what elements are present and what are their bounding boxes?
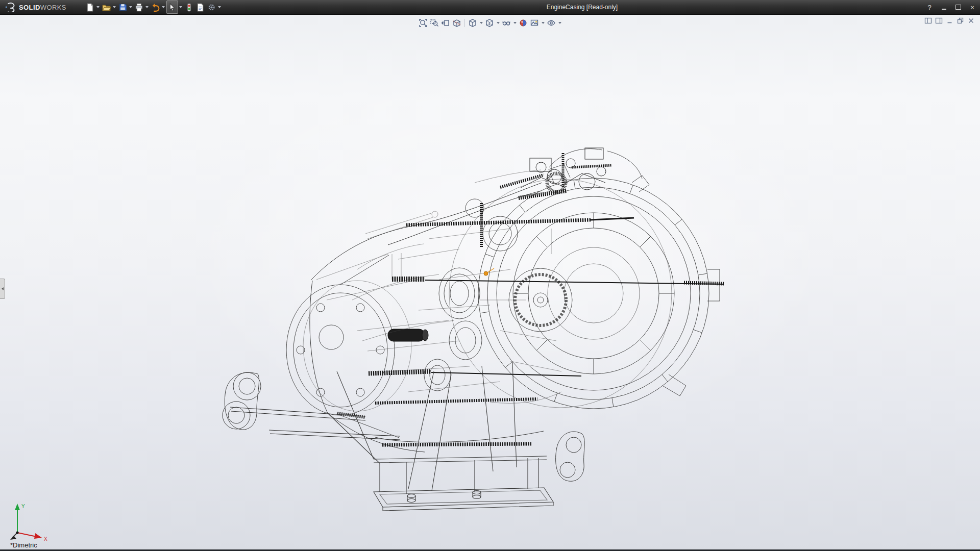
triad-origin <box>16 531 18 534</box>
select-cursor-icon <box>167 3 177 12</box>
view-settings-eye-icon <box>547 18 556 28</box>
help-button[interactable]: ? <box>926 4 933 11</box>
open-dropdown[interactable] <box>112 1 117 13</box>
split-view-right-icon[interactable] <box>935 17 943 24</box>
y-axis-arrow <box>15 504 20 510</box>
view-orientation-label: *Dimetric <box>10 541 37 549</box>
options-dropdown[interactable] <box>217 1 222 13</box>
section-view-button[interactable] <box>452 17 462 29</box>
titlebar: SOLIDWORKS <box>0 0 980 15</box>
display-style-dropdown[interactable] <box>496 17 500 29</box>
rebuild-button[interactable] <box>184 1 194 13</box>
dassault-logo-icon <box>4 2 16 12</box>
undo-dropdown[interactable] <box>161 1 166 13</box>
previous-view-icon <box>441 18 450 28</box>
application-window: { "titlebar": { "brand_bold": "SOLID", "… <box>0 0 980 551</box>
view-orientation-button[interactable] <box>468 17 478 29</box>
undo-icon <box>151 3 160 12</box>
x-axis-label: X <box>44 536 47 542</box>
options-gear-icon <box>207 3 216 12</box>
display-style-icon <box>485 18 494 28</box>
view-settings-button[interactable] <box>546 17 556 29</box>
section-view-icon <box>452 18 461 28</box>
open-button[interactable] <box>101 1 112 13</box>
toolbar-separator <box>464 19 465 27</box>
zoom-to-area-button[interactable] <box>429 17 439 29</box>
minimize-document-icon[interactable] <box>946 17 953 24</box>
previous-view-button[interactable] <box>440 17 451 29</box>
graphics-viewport[interactable]: Y X *Dimetric <box>0 14 980 551</box>
view-orientation-cube-icon <box>468 18 477 28</box>
heads-up-toolbar <box>416 16 564 30</box>
y-axis-label: Y <box>21 504 25 509</box>
edit-appearance-button[interactable] <box>518 17 528 29</box>
save-dropdown[interactable] <box>129 1 133 13</box>
minimize-icon <box>942 9 946 10</box>
minimize-button[interactable] <box>940 4 947 11</box>
edit-appearance-ball-icon <box>519 18 528 28</box>
new-document-dropdown[interactable] <box>96 1 101 13</box>
file-properties-icon <box>195 3 205 12</box>
maximize-button[interactable] <box>954 4 962 11</box>
print-icon <box>134 3 144 12</box>
engine-casing-wireframe-model[interactable] <box>0 14 980 551</box>
brand-solid: SOLID <box>19 4 40 11</box>
maximize-icon <box>955 5 961 10</box>
document-window-controls <box>924 17 975 24</box>
zoom-to-area-icon <box>430 18 439 28</box>
z-axis-arrow <box>10 536 16 540</box>
save-icon <box>118 3 128 12</box>
file-properties-button[interactable] <box>195 1 206 13</box>
hide-show-items-dropdown[interactable] <box>512 17 517 29</box>
feature-manager-collapsed-tab[interactable] <box>0 279 5 299</box>
zoom-to-fit-button[interactable] <box>418 17 428 29</box>
close-document-icon[interactable] <box>967 17 975 24</box>
hide-show-items-glasses-icon <box>502 18 511 28</box>
apply-scene-dropdown[interactable] <box>541 17 545 29</box>
document-title: EngineCasing [Read-only] <box>547 0 618 14</box>
view-orientation-dropdown[interactable] <box>479 17 483 29</box>
open-icon <box>102 3 111 12</box>
split-view-left-icon[interactable] <box>924 17 932 24</box>
window-controls: ? × <box>926 0 976 14</box>
apply-scene-icon <box>530 18 539 28</box>
select-dropdown[interactable] <box>179 1 183 13</box>
quick-access-toolbar <box>85 1 222 14</box>
reference-triad: Y X <box>6 497 53 546</box>
zoom-to-fit-icon <box>419 18 428 28</box>
close-button[interactable]: × <box>969 4 976 11</box>
hide-show-items-button[interactable] <box>501 17 511 29</box>
x-axis-arrow <box>34 533 42 539</box>
brand-works: WORKS <box>40 4 66 11</box>
restore-document-icon[interactable] <box>957 17 964 24</box>
undo-button[interactable] <box>150 1 161 13</box>
options-button[interactable] <box>206 1 217 13</box>
print-button[interactable] <box>134 1 144 13</box>
view-settings-dropdown[interactable] <box>557 17 562 29</box>
brand: SOLIDWORKS <box>0 2 71 12</box>
rebuild-icon <box>184 3 194 12</box>
display-style-button[interactable] <box>484 17 495 29</box>
apply-scene-button[interactable] <box>529 17 540 29</box>
new-document-icon <box>85 3 95 12</box>
brand-text: SOLIDWORKS <box>19 3 66 12</box>
select-button[interactable] <box>166 1 178 14</box>
new-document-button[interactable] <box>85 1 95 13</box>
save-button[interactable] <box>117 1 128 13</box>
print-dropdown[interactable] <box>145 1 150 13</box>
